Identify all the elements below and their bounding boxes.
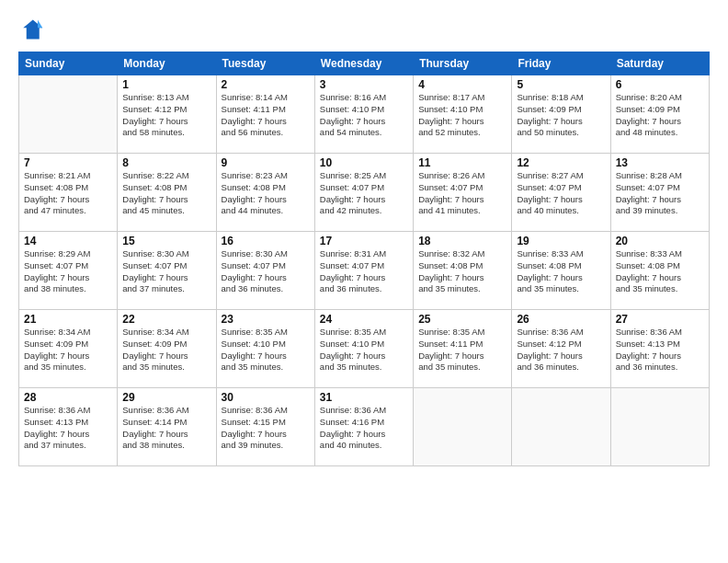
day-number: 20 — [616, 235, 704, 247]
calendar-cell: 30Sunrise: 8:36 AM Sunset: 4:15 PM Dayli… — [216, 388, 314, 466]
day-info: Sunrise: 8:14 AM Sunset: 4:11 PM Dayligh… — [222, 92, 310, 139]
calendar-cell: 15Sunrise: 8:30 AM Sunset: 4:07 PM Dayli… — [118, 232, 216, 310]
day-number: 18 — [418, 235, 506, 247]
weekday-header-wednesday: Wednesday — [314, 52, 413, 75]
weekday-header-friday: Friday — [512, 52, 610, 75]
day-info: Sunrise: 8:21 AM Sunset: 4:08 PM Dayligh… — [24, 170, 112, 217]
day-info: Sunrise: 8:34 AM Sunset: 4:09 PM Dayligh… — [122, 327, 210, 373]
day-number: 13 — [616, 156, 704, 169]
weekday-header-monday: Monday — [118, 52, 216, 75]
calendar-cell: 18Sunrise: 8:32 AM Sunset: 4:08 PM Dayli… — [414, 232, 512, 310]
day-number: 22 — [122, 313, 210, 326]
weekday-header-thursday: Thursday — [414, 52, 512, 75]
day-number: 1 — [122, 78, 210, 91]
day-info: Sunrise: 8:36 AM Sunset: 4:12 PM Dayligh… — [517, 327, 605, 373]
day-info: Sunrise: 8:18 AM Sunset: 4:09 PM Dayligh… — [517, 92, 605, 139]
day-info: Sunrise: 8:32 AM Sunset: 4:08 PM Dayligh… — [418, 248, 506, 295]
day-number: 8 — [122, 156, 210, 169]
day-number: 12 — [517, 156, 605, 169]
logo-icon — [18, 17, 44, 42]
day-number: 17 — [320, 235, 408, 247]
calendar-cell: 11Sunrise: 8:26 AM Sunset: 4:07 PM Dayli… — [414, 154, 512, 232]
calendar-cell: 23Sunrise: 8:35 AM Sunset: 4:10 PM Dayli… — [216, 310, 314, 388]
weekday-header-sunday: Sunday — [19, 52, 118, 75]
day-number: 23 — [222, 313, 310, 326]
calendar-cell: 12Sunrise: 8:27 AM Sunset: 4:07 PM Dayli… — [512, 154, 610, 232]
day-number: 10 — [320, 156, 408, 169]
calendar-cell: 10Sunrise: 8:25 AM Sunset: 4:07 PM Dayli… — [314, 154, 413, 232]
calendar-cell: 9Sunrise: 8:23 AM Sunset: 4:08 PM Daylig… — [216, 154, 314, 232]
day-info: Sunrise: 8:28 AM Sunset: 4:07 PM Dayligh… — [616, 170, 704, 217]
day-info: Sunrise: 8:22 AM Sunset: 4:08 PM Dayligh… — [122, 170, 210, 217]
calendar-cell: 14Sunrise: 8:29 AM Sunset: 4:07 PM Dayli… — [19, 232, 118, 310]
day-number: 27 — [616, 313, 704, 326]
day-number: 16 — [222, 235, 310, 247]
calendar-cell: 24Sunrise: 8:35 AM Sunset: 4:10 PM Dayli… — [314, 310, 413, 388]
calendar-cell: 16Sunrise: 8:30 AM Sunset: 4:07 PM Dayli… — [216, 232, 314, 310]
calendar-cell: 20Sunrise: 8:33 AM Sunset: 4:08 PM Dayli… — [610, 232, 709, 310]
svg-marker-0 — [23, 20, 42, 40]
calendar-cell: 4Sunrise: 8:17 AM Sunset: 4:10 PM Daylig… — [414, 75, 512, 154]
day-info: Sunrise: 8:17 AM Sunset: 4:10 PM Dayligh… — [418, 92, 506, 139]
calendar-cell: 6Sunrise: 8:20 AM Sunset: 4:09 PM Daylig… — [610, 75, 709, 154]
day-number: 6 — [616, 78, 704, 91]
calendar-cell: 3Sunrise: 8:16 AM Sunset: 4:10 PM Daylig… — [314, 75, 413, 154]
day-number: 30 — [222, 391, 310, 404]
day-number: 21 — [24, 313, 112, 326]
weekday-header-tuesday: Tuesday — [216, 52, 314, 75]
svg-marker-1 — [38, 20, 42, 29]
calendar-cell — [414, 388, 512, 466]
calendar-cell — [610, 388, 709, 466]
week-row-2: 7Sunrise: 8:21 AM Sunset: 4:08 PM Daylig… — [19, 154, 710, 232]
day-info: Sunrise: 8:35 AM Sunset: 4:10 PM Dayligh… — [320, 327, 408, 373]
calendar-cell: 19Sunrise: 8:33 AM Sunset: 4:08 PM Dayli… — [512, 232, 610, 310]
calendar-cell: 29Sunrise: 8:36 AM Sunset: 4:14 PM Dayli… — [118, 388, 216, 466]
day-info: Sunrise: 8:34 AM Sunset: 4:09 PM Dayligh… — [24, 327, 112, 373]
day-number: 5 — [517, 78, 605, 91]
day-number: 28 — [24, 391, 112, 404]
day-info: Sunrise: 8:30 AM Sunset: 4:07 PM Dayligh… — [222, 248, 310, 295]
day-number: 2 — [222, 78, 310, 91]
week-row-3: 14Sunrise: 8:29 AM Sunset: 4:07 PM Dayli… — [19, 232, 710, 310]
week-row-5: 28Sunrise: 8:36 AM Sunset: 4:13 PM Dayli… — [19, 388, 710, 466]
calendar-cell: 7Sunrise: 8:21 AM Sunset: 4:08 PM Daylig… — [19, 154, 118, 232]
day-info: Sunrise: 8:25 AM Sunset: 4:07 PM Dayligh… — [320, 170, 408, 217]
day-info: Sunrise: 8:29 AM Sunset: 4:07 PM Dayligh… — [24, 248, 112, 295]
day-number: 19 — [517, 235, 605, 247]
day-info: Sunrise: 8:36 AM Sunset: 4:13 PM Dayligh… — [24, 405, 112, 452]
calendar-cell: 31Sunrise: 8:36 AM Sunset: 4:16 PM Dayli… — [314, 388, 413, 466]
day-info: Sunrise: 8:36 AM Sunset: 4:13 PM Dayligh… — [616, 327, 704, 373]
logo — [18, 17, 48, 42]
day-number: 29 — [122, 391, 210, 404]
weekday-header-saturday: Saturday — [610, 52, 709, 75]
day-number: 3 — [320, 78, 408, 91]
day-number: 14 — [24, 235, 112, 247]
calendar-cell — [512, 388, 610, 466]
calendar-cell: 25Sunrise: 8:35 AM Sunset: 4:11 PM Dayli… — [414, 310, 512, 388]
day-info: Sunrise: 8:31 AM Sunset: 4:07 PM Dayligh… — [320, 248, 408, 295]
calendar-cell: 2Sunrise: 8:14 AM Sunset: 4:11 PM Daylig… — [216, 75, 314, 154]
day-number: 11 — [418, 156, 506, 169]
day-info: Sunrise: 8:13 AM Sunset: 4:12 PM Dayligh… — [122, 92, 210, 139]
page: SundayMondayTuesdayWednesdayThursdayFrid… — [0, 0, 728, 563]
day-number: 7 — [24, 156, 112, 169]
day-info: Sunrise: 8:30 AM Sunset: 4:07 PM Dayligh… — [122, 248, 210, 295]
day-info: Sunrise: 8:20 AM Sunset: 4:09 PM Dayligh… — [616, 92, 704, 139]
week-row-4: 21Sunrise: 8:34 AM Sunset: 4:09 PM Dayli… — [19, 310, 710, 388]
day-number: 25 — [418, 313, 506, 326]
day-number: 15 — [122, 235, 210, 247]
weekday-header-row: SundayMondayTuesdayWednesdayThursdayFrid… — [19, 52, 710, 75]
header — [18, 17, 710, 42]
day-number: 24 — [320, 313, 408, 326]
calendar-cell: 27Sunrise: 8:36 AM Sunset: 4:13 PM Dayli… — [610, 310, 709, 388]
day-info: Sunrise: 8:27 AM Sunset: 4:07 PM Dayligh… — [517, 170, 605, 217]
day-info: Sunrise: 8:36 AM Sunset: 4:16 PM Dayligh… — [320, 405, 408, 452]
week-row-1: 1Sunrise: 8:13 AM Sunset: 4:12 PM Daylig… — [19, 75, 710, 154]
calendar-cell — [19, 75, 118, 154]
day-number: 4 — [418, 78, 506, 91]
day-number: 9 — [222, 156, 310, 169]
day-info: Sunrise: 8:35 AM Sunset: 4:11 PM Dayligh… — [418, 327, 506, 373]
day-info: Sunrise: 8:33 AM Sunset: 4:08 PM Dayligh… — [616, 248, 704, 295]
calendar-cell: 5Sunrise: 8:18 AM Sunset: 4:09 PM Daylig… — [512, 75, 610, 154]
calendar-cell: 21Sunrise: 8:34 AM Sunset: 4:09 PM Dayli… — [19, 310, 118, 388]
